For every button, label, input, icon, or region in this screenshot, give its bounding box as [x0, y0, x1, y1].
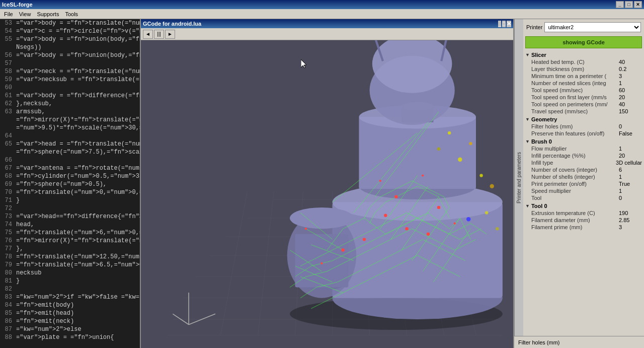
prop-name: Extrusion temperature (C) [531, 210, 617, 216]
section-brush0: ▼ Brush 0 Flow multiplier1Infill percent… [525, 138, 642, 201]
prop-name: Heated bed temp. (C) [531, 59, 617, 65]
code-line: 78 ="fn">translate(="num">12.50,="num">6… [0, 253, 140, 261]
code-line: 83="kw="num">2">if ="kw">false ="kw="num… [0, 293, 140, 301]
svg-point-58 [422, 174, 424, 176]
app-title: IceSL-forge [2, 2, 616, 8]
prop-value: 0 [617, 123, 642, 129]
gcode-close[interactable]: ✕ [507, 21, 511, 27]
prop-row: Tool speed on first layer (mm/s20 [525, 94, 642, 101]
code-line: 72 [0, 204, 140, 213]
line-number: 75 [0, 229, 16, 237]
gcode-panel: GCode for android.lua _ □ ✕ ◄ ||| ► [141, 19, 513, 348]
line-number: 68 [0, 172, 16, 180]
menu-file[interactable]: File [1, 10, 16, 18]
svg-point-66 [437, 147, 440, 150]
gcode-button[interactable]: showing GCode [525, 36, 642, 48]
line-content: ="fn">emit(body) [16, 301, 140, 309]
menu-supports[interactable]: Supports [34, 10, 62, 18]
code-line: 53="var">body = ="fn">translate(="num">1… [0, 19, 140, 27]
section-brush0-header[interactable]: ▼ Brush 0 [525, 138, 642, 145]
prop-name: Preserve thin features (on/off) [531, 130, 617, 136]
line-content: ="var">body = ="fn">union(body,="fn">tra… [16, 35, 140, 43]
svg-point-64 [469, 142, 472, 145]
line-number: 53 [0, 19, 16, 27]
code-line: 60 [0, 84, 140, 92]
slicer-props: Heated bed temp. (C)40Layer thickness (m… [525, 58, 642, 115]
svg-point-53 [427, 233, 430, 236]
prop-value: 2.85 [617, 217, 642, 223]
prop-name: Infill type [531, 160, 614, 166]
code-line: 55="var">body = ="fn">union(body,="fn">t… [0, 35, 140, 43]
line-number: 72 [0, 204, 16, 213]
slicer-arrow: ▼ [525, 52, 530, 57]
code-line: 64 [0, 132, 140, 140]
line-number: 78 [0, 253, 16, 261]
line-content [16, 132, 140, 140]
prop-name: Travel speed (mm/sec) [531, 108, 617, 114]
bottom-status: Filter holes (mm) [514, 336, 644, 348]
printer-select[interactable]: ultimaker2 ultimaker3 prusa i3 [544, 22, 641, 32]
prop-name: Tool speed on perimeters (mm/ [531, 101, 617, 107]
line-number: 69 [0, 180, 16, 188]
menu-view[interactable]: View [16, 10, 34, 18]
line-number: 61 [0, 92, 16, 100]
minimize-button[interactable]: _ [616, 1, 624, 8]
printer-row: Printer ultimaker2 ultimaker3 prusa i3 [525, 21, 642, 33]
svg-point-60 [454, 223, 456, 225]
gcode-minimize[interactable]: _ [498, 21, 501, 27]
maximize-button[interactable]: □ [625, 1, 633, 8]
line-number: 56 [0, 51, 16, 59]
prop-value: 0 [617, 195, 642, 201]
line-number: 76 [0, 237, 16, 245]
code-line: 76 ="fn">mirror(X)*="fn">translate(="num… [0, 237, 140, 245]
section-geometry-header[interactable]: ▼ Geometry [525, 116, 642, 123]
menu-tools[interactable]: Tools [62, 10, 81, 18]
prop-row: Travel speed (mm/sec)150 [525, 108, 642, 115]
prop-value: 1 [617, 80, 642, 86]
line-number: 70 [0, 188, 16, 196]
code-line: 75 ="fn">translate(="num">6,="num">0,="n… [0, 229, 140, 237]
prop-value: 1 [617, 146, 642, 152]
prop-name: Minimum time on a perimeter ( [531, 73, 617, 79]
code-line: 62 },necksub, [0, 100, 140, 108]
code-line: ="fn">sphere(="num">7.5),="fn">scale(="n… [0, 148, 140, 156]
code-line: 86 ="fn">emit(neck) [0, 317, 140, 325]
code-line: 54="var">c = ="fn">circle(="fn">v(="num"… [0, 27, 140, 35]
close-button[interactable]: ✕ [634, 1, 642, 8]
scroll-left-button[interactable]: ◄ [143, 30, 153, 39]
prop-name: Number of shells (integer) [531, 174, 617, 180]
section-tool0-header[interactable]: ▼ Tool 0 [525, 202, 642, 210]
scroll-right-button[interactable]: ► [165, 30, 175, 39]
code-line: 57 [0, 59, 140, 67]
svg-point-57 [394, 195, 397, 198]
section-geometry: ▼ Geometry Filter holes (mm)0Preserve th… [525, 116, 642, 137]
pause-button[interactable]: ||| [154, 30, 164, 39]
code-line: ="num">9.5)*="fn">scale(="num">30,="num"… [0, 124, 140, 132]
gcode-maximize[interactable]: □ [502, 21, 506, 27]
prop-name: Speed multiplier [531, 188, 617, 194]
section-slicer-header[interactable]: ▼ Slicer [525, 51, 642, 58]
prop-value: 3 [617, 224, 642, 230]
3d-viewport[interactable] [141, 40, 513, 348]
prop-name: Print perimeter (on/off) [531, 181, 617, 187]
line-content: ="kw="num">2">if ="kw">false ="kw="num">… [16, 293, 140, 301]
code-line: 56="var">body = ="fn">union(body,="fn">t… [0, 51, 140, 59]
prop-row: Print perimeter (on/off)True [525, 180, 642, 187]
line-content: armssub, [16, 108, 140, 116]
code-line: 63 armssub, [0, 108, 140, 116]
sidebar-vertical-label: Printer and parameters [514, 19, 523, 336]
section-tool0: ▼ Tool 0 Extrusion temperature (C)190Fil… [525, 202, 642, 231]
gcode-title: GCode for android.lua [143, 21, 201, 27]
prop-value: 3D cellular [614, 160, 642, 166]
prop-row: Extrusion temperature (C)190 [525, 210, 642, 217]
code-line: 81} [0, 277, 140, 285]
line-number: 84 [0, 301, 16, 309]
line-content: ="var">head=="fn">difference{="fn">union… [16, 213, 140, 221]
tool0-props: Extrusion temperature (C)190Filament dia… [525, 210, 642, 231]
prop-value: True [617, 181, 642, 187]
svg-point-70 [496, 227, 499, 230]
printer-label: Printer [526, 24, 542, 30]
prop-row: Tool0 [525, 194, 642, 201]
line-content [16, 84, 140, 92]
line-number: 79 [0, 261, 16, 269]
